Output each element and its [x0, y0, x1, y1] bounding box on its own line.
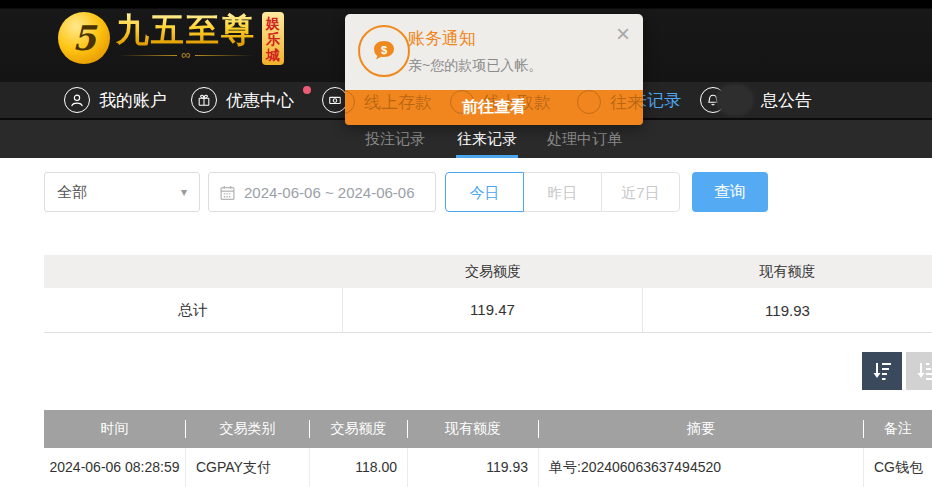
- nav-item-my-account[interactable]: 我的账户: [64, 82, 167, 118]
- tab-processing-orders[interactable]: 处理中订单: [547, 120, 622, 158]
- col-amount: 交易额度: [310, 420, 408, 438]
- date-range-value: 2024-06-06 ~ 2024-06-06: [244, 184, 415, 201]
- date-range-input[interactable]: 2024-06-06 ~ 2024-06-06: [208, 172, 436, 212]
- chevron-down-icon: ▾: [181, 185, 187, 199]
- table-header-row: 时间 交易类别 交易额度 现有额度 摘要 备注: [44, 410, 932, 448]
- popup-action-bar[interactable]: 线上存款 线上取款 往来记录 前往查看: [345, 90, 643, 125]
- cell-remark: CG钱包: [864, 448, 932, 487]
- col-type: 交易类别: [186, 420, 310, 438]
- nav-label: 息公告: [761, 89, 812, 112]
- cell-summary: 单号:202406063637494520: [539, 448, 864, 487]
- tab-transaction-records[interactable]: 往来记录: [457, 120, 517, 158]
- col-summary: 摘要: [539, 420, 864, 438]
- summary-header-row: 交易额度 现有额度: [44, 255, 932, 288]
- gift-icon: [191, 87, 217, 113]
- cell-type: CGPAY支付: [186, 448, 310, 487]
- brand-flourish-icon: ∞: [116, 48, 256, 62]
- quick-range-group: 今日 昨日 近7日: [445, 172, 680, 212]
- type-select-value: 全部: [57, 183, 87, 202]
- notice-bubble-dollar-icon: $: [358, 25, 410, 77]
- account-icon: [64, 87, 90, 113]
- cell-time: 2024-06-06 08:28:59: [44, 448, 186, 487]
- brand-monogram-icon: 5: [58, 12, 110, 64]
- sort-ascending-button[interactable]: [906, 352, 932, 390]
- nav-item-promotions[interactable]: 优惠中心: [191, 82, 294, 118]
- nav-redaction-blob: [716, 84, 754, 116]
- record-tabbar: 投注记录 往来记录 处理中订单: [0, 120, 932, 158]
- sort-asc-icon: [915, 360, 932, 382]
- nav-label: 我的账户: [99, 89, 167, 112]
- summary-table: 交易额度 现有额度 总计 119.47 119.93: [44, 255, 932, 333]
- summary-header-transaction: 交易额度: [343, 263, 643, 281]
- query-button[interactable]: 查询: [692, 172, 768, 212]
- summary-total-label: 总计: [44, 288, 343, 332]
- cell-balance: 119.93: [408, 448, 539, 487]
- brand-badge: 娱乐城: [262, 12, 284, 65]
- transaction-records-page: 5 九五至尊 ∞ 娱乐城 $ 119.93RMB: [0, 0, 932, 487]
- popup-body: $ 账务通知 亲~您的款项已入帐。 ×: [345, 14, 643, 90]
- col-time: 时间: [44, 420, 186, 438]
- sort-descending-button[interactable]: [862, 352, 902, 390]
- svg-text:$: $: [381, 44, 387, 56]
- account-notice-popup: $ 账务通知 亲~您的款项已入帐。 × 线上存款 线上取款 往来记录 前往查看: [345, 14, 643, 125]
- summary-transaction-amount: 119.47: [343, 288, 643, 332]
- type-select[interactable]: 全部 ▾: [44, 172, 200, 212]
- tab-betting-records[interactable]: 投注记录: [365, 120, 425, 158]
- brand-name: 九五至尊: [116, 12, 256, 48]
- popup-title: 账务通知: [408, 27, 476, 50]
- sort-desc-icon: [871, 360, 893, 382]
- close-icon[interactable]: ×: [616, 22, 630, 46]
- calendar-icon: [219, 184, 236, 201]
- popup-message: 亲~您的款项已入帐。: [408, 57, 542, 75]
- transactions-table: 时间 交易类别 交易额度 现有额度 摘要 备注 2024-06-06 08:28…: [44, 410, 932, 487]
- summary-total-row: 总计 119.47 119.93: [44, 288, 932, 333]
- col-remark: 备注: [864, 420, 932, 438]
- table-row: 2024-06-06 08:28:59 CGPAY支付 118.00 119.9…: [44, 448, 932, 487]
- promotions-notification-dot: [303, 86, 311, 94]
- range-7days-button[interactable]: 近7日: [601, 172, 680, 212]
- cell-amount: 118.00: [310, 448, 408, 487]
- summary-current-amount: 119.93: [643, 302, 932, 319]
- popup-action-label: 前往查看: [345, 97, 643, 118]
- brand-logo[interactable]: 5 九五至尊 ∞ 娱乐城: [58, 12, 284, 65]
- range-yesterday-button[interactable]: 昨日: [523, 172, 602, 212]
- col-balance: 现有额度: [408, 420, 539, 438]
- range-today-button[interactable]: 今日: [445, 172, 524, 212]
- nav-label: 优惠中心: [226, 89, 294, 112]
- summary-header-balance: 现有额度: [643, 263, 932, 281]
